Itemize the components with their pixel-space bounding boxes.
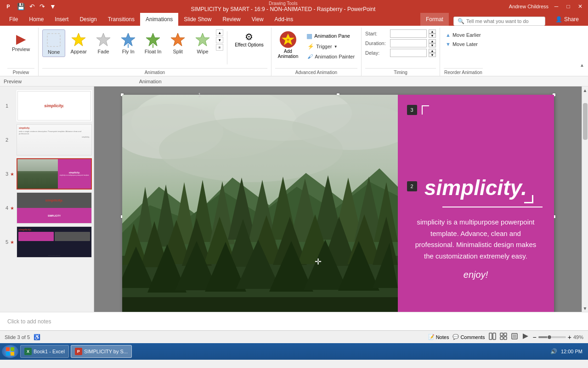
- notes-btn[interactable]: 📝 Notes: [428, 334, 449, 340]
- slide-3-photo: [17, 159, 58, 189]
- delay-up-btn[interactable]: ▲: [429, 49, 436, 53]
- anim-none[interactable]: None: [42, 29, 65, 57]
- slide-2-thumb[interactable]: simplicity. write a single sentence desc…: [17, 124, 92, 155]
- anim-wipe-icon: [194, 31, 211, 48]
- redo-btn[interactable]: ↷: [38, 2, 46, 11]
- slide-sorter-btn[interactable]: [500, 333, 507, 341]
- trigger-btn[interactable]: ⚡ Trigger ▼: [305, 42, 357, 51]
- scroll-up-btn[interactable]: ▲: [583, 86, 588, 94]
- minimize-btn[interactable]: ─: [552, 2, 560, 11]
- slide-1-thumb[interactable]: simplicity.: [17, 90, 92, 121]
- delay-spin[interactable]: ▲ ▼: [429, 49, 436, 57]
- scroll-up-btn[interactable]: ▲: [216, 29, 223, 36]
- move-earlier-btn[interactable]: ▲ Move Earlier: [444, 31, 483, 39]
- start-up-btn[interactable]: ▲: [429, 29, 436, 34]
- zoom-slider[interactable]: [538, 336, 566, 338]
- add-animation-icon: +: [280, 31, 296, 48]
- scroll-down-btn[interactable]: ▼: [216, 37, 223, 43]
- taskbar-ppt[interactable]: P SIMPLICITY by S...: [71, 345, 132, 358]
- duration-down-btn[interactable]: ▼: [429, 43, 436, 47]
- start-input[interactable]: [390, 29, 427, 38]
- tab-format[interactable]: Format: [420, 13, 449, 26]
- timing-start-row: Start: ▲ ▼: [365, 29, 436, 38]
- scroll-more-btn[interactable]: ≡: [216, 44, 223, 51]
- slide-1-row: 1 simplicity.: [2, 90, 92, 121]
- anim-split[interactable]: Split: [166, 29, 189, 56]
- anim-flyin[interactable]: Fly In: [117, 29, 140, 56]
- start-spin[interactable]: ▲ ▼: [429, 29, 436, 38]
- animation-pane-btn[interactable]: ▦ Animation Pane: [305, 31, 357, 40]
- title-bracket-top: [422, 105, 429, 115]
- slide-enjoy-text: enjoy!: [464, 270, 488, 280]
- tab-home[interactable]: Home: [23, 13, 49, 26]
- slide-pink-content[interactable]: 3 simplicity. 2: [398, 95, 554, 312]
- scrollbar-thumb[interactable]: [583, 103, 588, 140]
- tab-design[interactable]: Design: [74, 13, 102, 26]
- undo-btn[interactable]: ↶: [28, 2, 36, 11]
- tab-transitions[interactable]: Transitions: [102, 13, 140, 26]
- maximize-btn[interactable]: □: [564, 2, 572, 11]
- ribbon-expand-btn[interactable]: ▲: [580, 63, 584, 68]
- slide-3-thumb[interactable]: simplicity. simplicity is a multipurpose…: [17, 158, 92, 190]
- move-later-btn[interactable]: ▼ Move Later: [444, 40, 480, 48]
- delay-input[interactable]: [390, 49, 427, 57]
- animation-painter-btn[interactable]: 🖌 Animation Painter: [305, 52, 357, 61]
- comments-btn[interactable]: 💬 Comments: [452, 334, 485, 340]
- delay-down-btn[interactable]: ▼: [429, 53, 436, 57]
- effect-options-btn[interactable]: ⚙ Effect Options: [231, 29, 267, 50]
- zoom-thumb[interactable]: [547, 335, 552, 339]
- zoom-out-btn[interactable]: −: [533, 334, 537, 341]
- start-button[interactable]: [2, 345, 18, 358]
- slide-5-thumb[interactable]: simplicity. _ _ _ _ _ _ _ _: [17, 226, 92, 258]
- slide-4-thumb[interactable]: simplicity. SIMPLICITY: [17, 192, 92, 224]
- share-btn[interactable]: 👤 Share: [550, 13, 584, 26]
- slideshow-btn[interactable]: [522, 333, 529, 341]
- help-input[interactable]: [466, 18, 540, 24]
- duration-up-btn[interactable]: ▲: [429, 39, 436, 43]
- quick-access-toolbar: 💾 ↶ ↷ ▼: [16, 2, 57, 11]
- notes-bar[interactable]: Click to add notes: [0, 312, 588, 330]
- anim-fade[interactable]: Fade: [92, 29, 115, 56]
- reading-view-btn[interactable]: [511, 333, 518, 341]
- slide-forest-photo[interactable]: [122, 95, 398, 312]
- move-earlier-icon: ▲: [446, 32, 451, 38]
- anim-flyin-icon: [120, 31, 136, 48]
- add-animation-btn[interactable]: + AddAnimation: [275, 29, 301, 61]
- slide-canvas[interactable]: 1: [94, 86, 582, 312]
- tab-addins[interactable]: Add-ins: [269, 13, 299, 26]
- scroll-down-btn[interactable]: ▼: [583, 305, 588, 312]
- trigger-dropdown-icon: ▼: [334, 45, 338, 49]
- start-down-btn[interactable]: ▼: [429, 34, 436, 38]
- qa-dropdown-btn[interactable]: ▼: [48, 2, 57, 11]
- add-animation-label: AddAnimation: [278, 49, 298, 59]
- help-search-box[interactable]: 🔍: [453, 17, 545, 26]
- tab-review[interactable]: Review: [217, 13, 246, 26]
- preview-button[interactable]: ▶ Preview: [7, 29, 34, 54]
- normal-view-btn[interactable]: [489, 333, 496, 341]
- anim-floatin-icon: [145, 31, 161, 48]
- tab-animations[interactable]: Animations: [140, 13, 178, 26]
- main-area: 1 simplicity. 2 simplicity. write a sing…: [0, 86, 588, 312]
- main-slide[interactable]: 3 simplicity. 2: [122, 95, 554, 312]
- anim-floatin[interactable]: Float In: [141, 29, 164, 56]
- vertical-scrollbar[interactable]: ▲ ▼: [582, 86, 588, 312]
- title-underline: [442, 207, 543, 207]
- close-btn[interactable]: ✕: [576, 2, 584, 11]
- anim-wipe[interactable]: Wipe: [191, 29, 214, 56]
- tab-slideshow[interactable]: Slide Show: [178, 13, 217, 26]
- ribbon-divider: [227, 31, 227, 64]
- move-later-icon: ▼: [446, 41, 451, 47]
- tab-insert[interactable]: Insert: [49, 13, 74, 26]
- ribbon-tab-bar: File Home Insert Design Transitions Anim…: [0, 13, 588, 26]
- slide-1-num: 1: [2, 103, 8, 109]
- ribbon-expand[interactable]: ▲: [580, 28, 584, 76]
- tab-file[interactable]: File: [4, 13, 23, 26]
- zoom-in-btn[interactable]: +: [568, 334, 571, 341]
- anim-appear[interactable]: Appear: [67, 29, 90, 56]
- animation-scroll[interactable]: ▲ ▼ ≡: [216, 29, 223, 51]
- tab-view[interactable]: View: [246, 13, 269, 26]
- duration-spin[interactable]: ▲ ▼: [429, 39, 436, 47]
- save-btn[interactable]: 💾: [16, 2, 26, 11]
- taskbar-excel[interactable]: X Book1 - Excel: [20, 345, 69, 358]
- duration-input[interactable]: [390, 39, 427, 47]
